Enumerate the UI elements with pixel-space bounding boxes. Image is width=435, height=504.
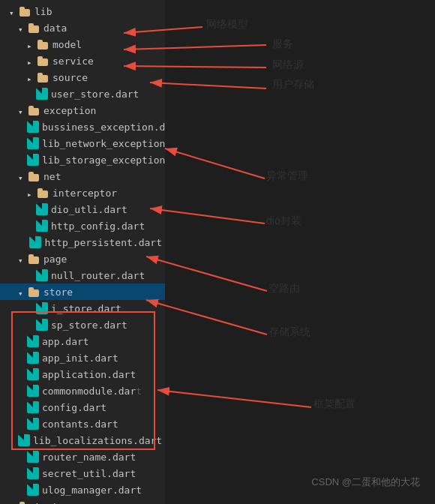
- label-contants: contants.dart: [42, 418, 118, 430]
- label-model: model: [52, 39, 82, 50]
- tree-item-source[interactable]: source: [0, 69, 165, 86]
- tree-item-ulog-manager[interactable]: ulog_manager.dart: [0, 482, 165, 498]
- annotation-fuwu: 服务: [272, 38, 293, 51]
- tree-item-lib-network-exception[interactable]: lib_network_exception.dart: [0, 135, 165, 152]
- chevron-source: [27, 73, 36, 82]
- folder-icon-data: [28, 23, 40, 33]
- tree-item-application[interactable]: application.dart: [0, 366, 165, 382]
- folder-icon-source: [38, 73, 50, 82]
- dart-icon-user-store: [36, 88, 48, 100]
- tree-item-router-name[interactable]: router_name.dart: [0, 448, 165, 465]
- tree-item-http-persistent[interactable]: http_persistent.dart: [0, 234, 165, 250]
- label-service: service: [52, 56, 94, 67]
- label-ulog-manager: ulog_manager.dart: [42, 484, 142, 496]
- chevron-page: [18, 254, 27, 263]
- annotation-yichangguanli: 异常管理: [266, 170, 308, 183]
- label-null-router: null_router.dart: [51, 270, 145, 281]
- label-router-name: router_name.dart: [42, 452, 136, 463]
- dart-icon-commonmodule: [27, 385, 39, 397]
- tree-item-service[interactable]: service: [0, 52, 165, 69]
- folder-icon-test: [20, 502, 32, 505]
- label-test: test: [34, 501, 58, 505]
- label-application: application.dart: [42, 369, 136, 380]
- tree-item-i-store[interactable]: i_store.dart: [0, 300, 165, 316]
- label-app: app.dart: [42, 336, 89, 347]
- dart-icon-app: [27, 335, 39, 347]
- tree-item-user-store[interactable]: user_store.dart: [0, 86, 165, 102]
- dart-icon-null-router: [36, 269, 48, 281]
- chevron-lib: [9, 7, 18, 16]
- tree-item-interceptor[interactable]: interceptor: [0, 184, 165, 201]
- tree-item-app-init[interactable]: app_init.dart: [0, 350, 165, 366]
- label-store: store: [44, 286, 73, 298]
- label-http-config: http_config.dart: [51, 220, 145, 232]
- tree-item-secret-util[interactable]: secret_util.dart: [0, 465, 165, 482]
- dart-icon-lib-localizations: [18, 434, 30, 446]
- chevron-service: [27, 56, 36, 65]
- tree-item-lib-localizations[interactable]: lib_localizations.dart: [0, 432, 165, 448]
- tree-item-net[interactable]: net: [0, 168, 165, 184]
- label-lib-localizations: lib_localizations.dart: [33, 435, 162, 446]
- annotation-diofz: dio封装: [266, 214, 302, 228]
- dart-icon-app-init: [27, 352, 39, 364]
- label-config: config.dart: [42, 402, 106, 413]
- watermark: CSDN @二蛋和他的大花: [311, 476, 420, 489]
- svg-line-9: [158, 390, 311, 407]
- annotation-wangluomoxing: 网络模型: [206, 18, 248, 32]
- label-user-store: user_store.dart: [51, 88, 139, 100]
- label-data: data: [44, 22, 67, 34]
- folder-icon-store: [28, 287, 40, 297]
- label-page: page: [44, 254, 67, 265]
- dart-icon-http-config: [36, 220, 48, 232]
- tree-item-null-router[interactable]: null_router.dart: [0, 267, 165, 284]
- chevron-interceptor: [27, 188, 36, 197]
- chevron-data: [18, 23, 27, 32]
- annotation-yonghucc: 用户存储: [272, 78, 314, 92]
- tree-item-sp-store[interactable]: sp_store.dart: [0, 316, 165, 333]
- tree-item-model[interactable]: model: [0, 36, 165, 52]
- tree-item-commonmodule[interactable]: commonmodule.dart: [0, 382, 165, 399]
- dart-icon-ulog-manager: [27, 484, 39, 496]
- label-app-init: app_init.dart: [42, 352, 118, 364]
- dart-icon-secret-util: [27, 467, 39, 479]
- folder-icon-exception: [28, 106, 40, 116]
- tree-item-lib[interactable]: lib: [0, 3, 165, 20]
- annotation-wangluoyuan: 网络源: [272, 58, 304, 72]
- chevron-store: [18, 287, 27, 296]
- tree-item-page[interactable]: page: [0, 250, 165, 267]
- tree-item-store[interactable]: store: [0, 284, 165, 300]
- folder-icon-lib: [20, 7, 32, 16]
- tree-item-dio-utli[interactable]: dio_utli.dart: [0, 201, 165, 218]
- label-interceptor: interceptor: [52, 188, 117, 199]
- dart-icon-i-store: [36, 302, 48, 314]
- svg-line-4: [150, 82, 266, 88]
- annotation-kongluyou: 空路由: [268, 282, 300, 296]
- chevron-exception: [18, 106, 27, 115]
- dart-icon-application: [27, 368, 39, 380]
- label-source: source: [52, 72, 88, 83]
- dart-icon-dio-utli: [36, 203, 48, 215]
- tree-item-http-config[interactable]: http_config.dart: [0, 218, 165, 234]
- tree-item-contants[interactable]: contants.dart: [0, 416, 165, 432]
- folder-icon-net: [28, 172, 40, 182]
- label-bussiness-exception: bussiness_exception.dart: [42, 122, 165, 133]
- folder-icon-model: [38, 40, 50, 50]
- tree-item-config[interactable]: config.dart: [0, 399, 165, 416]
- label-sp-store: sp_store.dart: [51, 320, 128, 331]
- chevron-net: [18, 172, 27, 181]
- tree-item-data[interactable]: data: [0, 20, 165, 36]
- label-net: net: [44, 171, 61, 182]
- dart-icon-config: [27, 401, 39, 413]
- tree-item-lib-storage-exception[interactable]: lib_storage_exception.dart: [0, 152, 165, 168]
- tree-item-app[interactable]: app.dart: [0, 333, 165, 350]
- dart-icon-contants: [27, 418, 39, 430]
- file-tree: lib data model service source: [0, 0, 165, 504]
- tree-item-bussiness-exception[interactable]: bussiness_exception.dart: [0, 118, 165, 135]
- annotation-kuangjia: 框架配置: [314, 398, 356, 411]
- dart-icon-lib-network: [27, 137, 39, 149]
- label-http-persistent: http_persistent.dart: [44, 237, 162, 248]
- tree-item-test[interactable]: test: [0, 498, 165, 504]
- tree-item-exception[interactable]: exception: [0, 102, 165, 118]
- svg-line-5: [165, 148, 265, 178]
- svg-line-6: [150, 208, 265, 224]
